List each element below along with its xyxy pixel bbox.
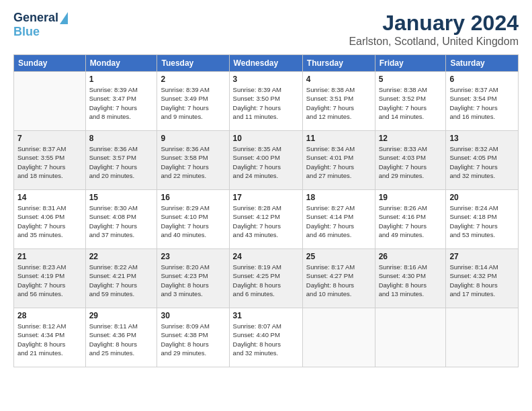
day-number: 6: [449, 75, 515, 84]
day-info-line: Sunrise: 8:12 AM: [17, 322, 82, 330]
day-info-line: and 3 minutes.: [161, 289, 225, 298]
day-number: 19: [379, 193, 443, 202]
day-info-line: Daylight: 8 hours: [449, 281, 515, 289]
day-info-line: Sunset: 3:52 PM: [379, 94, 443, 103]
col-sunday: Sunday: [14, 55, 86, 72]
calendar-cell: [446, 308, 519, 367]
calendar-cell: 19Sunrise: 8:26 AMSunset: 4:16 PMDayligh…: [375, 190, 446, 249]
day-info-line: Sunset: 3:49 PM: [161, 94, 225, 103]
calendar-cell: 16Sunrise: 8:29 AMSunset: 4:10 PMDayligh…: [157, 190, 229, 249]
day-info-line: and 18 minutes.: [17, 171, 82, 180]
day-info-line: Daylight: 8 hours: [379, 281, 443, 289]
calendar-cell: 22Sunrise: 8:22 AMSunset: 4:21 PMDayligh…: [85, 249, 157, 308]
day-info-line: Sunrise: 8:36 AM: [89, 144, 154, 153]
calendar-week-2: 7Sunrise: 8:37 AMSunset: 3:55 PMDaylight…: [14, 131, 519, 190]
day-info-line: Sunrise: 8:29 AM: [161, 203, 225, 212]
calendar-cell: 7Sunrise: 8:37 AMSunset: 3:55 PMDaylight…: [14, 131, 86, 190]
day-info-line: and 32 minutes.: [449, 171, 515, 180]
day-number: 18: [306, 193, 371, 202]
day-info-line: Sunrise: 8:39 AM: [161, 85, 225, 94]
calendar-cell: 12Sunrise: 8:33 AMSunset: 4:03 PMDayligh…: [375, 131, 446, 190]
day-info-line: Sunrise: 8:37 AM: [449, 85, 515, 94]
calendar-cell: 21Sunrise: 8:23 AMSunset: 4:19 PMDayligh…: [14, 249, 86, 308]
day-info-line: and 22 minutes.: [161, 171, 225, 180]
day-info-line: Sunset: 4:05 PM: [449, 153, 515, 162]
day-number: 13: [449, 134, 515, 143]
day-info-line: Sunrise: 8:24 AM: [449, 203, 515, 212]
calendar-cell: 30Sunrise: 8:09 AMSunset: 4:38 PMDayligh…: [157, 308, 229, 367]
calendar-cell: 29Sunrise: 8:11 AMSunset: 4:36 PMDayligh…: [85, 308, 157, 367]
calendar-cell: 17Sunrise: 8:28 AMSunset: 4:12 PMDayligh…: [229, 190, 302, 249]
day-info-line: Sunrise: 8:07 AM: [233, 322, 299, 330]
day-info-line: Sunrise: 8:39 AM: [89, 85, 154, 94]
calendar-cell: 13Sunrise: 8:32 AMSunset: 4:05 PMDayligh…: [446, 131, 519, 190]
day-info-line: and 29 minutes.: [379, 171, 443, 180]
day-number: 14: [17, 193, 82, 202]
day-info-line: and 49 minutes.: [379, 230, 443, 239]
header: General Blue January 2024 Earlston, Scot…: [13, 11, 519, 48]
day-info-line: Sunset: 3:58 PM: [161, 153, 225, 162]
day-info-line: Daylight: 7 hours: [17, 281, 82, 289]
calendar-cell: 6Sunrise: 8:37 AMSunset: 3:54 PMDaylight…: [446, 72, 519, 131]
calendar-cell: 14Sunrise: 8:31 AMSunset: 4:06 PMDayligh…: [14, 190, 86, 249]
day-info-line: Sunset: 4:21 PM: [89, 271, 154, 280]
col-monday: Monday: [85, 55, 157, 72]
day-info-line: Daylight: 7 hours: [233, 103, 299, 112]
day-info-line: Daylight: 8 hours: [306, 281, 371, 289]
day-info-line: and 10 minutes.: [306, 289, 371, 298]
calendar-cell: 18Sunrise: 8:27 AMSunset: 4:14 PMDayligh…: [302, 190, 375, 249]
day-info-line: Sunset: 4:23 PM: [161, 271, 225, 280]
day-info-line: Sunrise: 8:38 AM: [306, 85, 371, 94]
day-info-line: and 9 minutes.: [161, 112, 225, 121]
day-number: 26: [379, 252, 443, 261]
day-info-line: and 27 minutes.: [306, 171, 371, 180]
calendar-cell: 24Sunrise: 8:19 AMSunset: 4:25 PMDayligh…: [229, 249, 302, 308]
day-number: 17: [233, 193, 299, 202]
day-info-line: Daylight: 7 hours: [449, 163, 515, 171]
day-number: 22: [89, 252, 154, 261]
day-number: 29: [89, 311, 154, 320]
day-info-line: Sunset: 4:12 PM: [233, 212, 299, 221]
day-info-line: Daylight: 8 hours: [161, 340, 225, 349]
day-number: 27: [449, 252, 515, 261]
day-info-line: and 11 minutes.: [233, 112, 299, 121]
day-info-line: Sunrise: 8:30 AM: [89, 203, 154, 212]
calendar-table: Sunday Monday Tuesday Wednesday Thursday…: [13, 54, 519, 367]
logo-general: General: [13, 11, 58, 25]
day-number: 4: [306, 75, 371, 84]
day-info-line: and 43 minutes.: [233, 230, 299, 239]
day-number: 28: [17, 311, 82, 320]
day-info-line: Sunset: 4:38 PM: [161, 330, 225, 339]
day-info-line: Daylight: 8 hours: [89, 340, 154, 349]
day-info-line: Sunset: 4:19 PM: [17, 271, 82, 280]
day-info-line: Sunrise: 8:39 AM: [233, 85, 299, 94]
day-number: 16: [161, 193, 225, 202]
day-info-line: Daylight: 7 hours: [17, 163, 82, 171]
day-info-line: Sunset: 4:16 PM: [379, 212, 443, 221]
day-number: 31: [233, 311, 299, 320]
day-number: 15: [89, 193, 154, 202]
day-info-line: Sunset: 4:34 PM: [17, 330, 82, 339]
day-info-line: Sunrise: 8:17 AM: [306, 263, 371, 271]
calendar-cell: 23Sunrise: 8:20 AMSunset: 4:23 PMDayligh…: [157, 249, 229, 308]
day-info-line: Sunrise: 8:31 AM: [17, 203, 82, 212]
day-info-line: Daylight: 7 hours: [233, 163, 299, 171]
day-info-line: Sunrise: 8:37 AM: [17, 144, 82, 153]
calendar-cell: 27Sunrise: 8:14 AMSunset: 4:32 PMDayligh…: [446, 249, 519, 308]
day-info-line: Daylight: 7 hours: [89, 222, 154, 230]
day-info-line: Daylight: 7 hours: [89, 103, 154, 112]
day-info-line: and 56 minutes.: [17, 289, 82, 298]
day-number: 24: [233, 252, 299, 261]
day-info-line: and 20 minutes.: [89, 171, 154, 180]
day-info-line: and 21 minutes.: [17, 349, 82, 357]
day-number: 7: [17, 134, 82, 143]
calendar-subtitle: Earlston, Scotland, United Kingdom: [349, 36, 519, 48]
day-number: 1: [89, 75, 154, 84]
calendar-cell: 31Sunrise: 8:07 AMSunset: 4:40 PMDayligh…: [229, 308, 302, 367]
day-info-line: Sunset: 3:57 PM: [89, 153, 154, 162]
day-info-line: Sunrise: 8:20 AM: [161, 263, 225, 271]
day-info-line: and 13 minutes.: [379, 289, 443, 298]
day-info-line: and 37 minutes.: [89, 230, 154, 239]
day-info-line: and 35 minutes.: [17, 230, 82, 239]
day-info-line: Sunset: 4:25 PM: [233, 271, 299, 280]
